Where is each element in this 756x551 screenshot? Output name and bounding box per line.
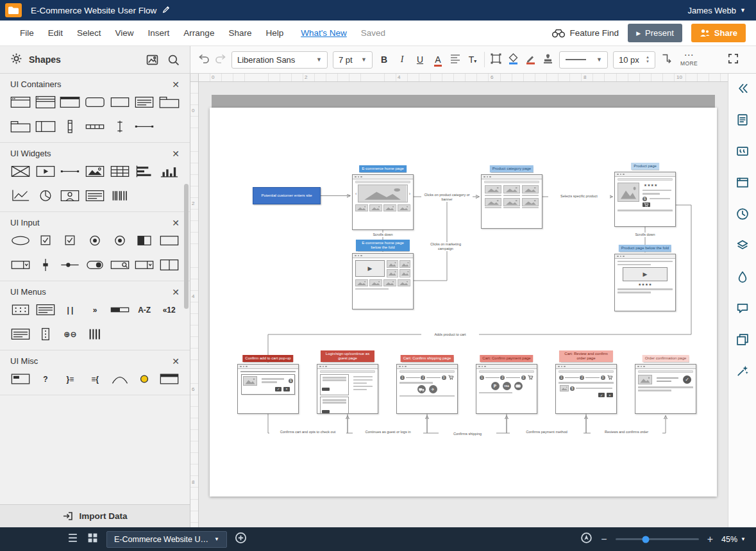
style-stamp-button[interactable] bbox=[542, 53, 554, 67]
node-shipping[interactable]: Cart: Confirm shipping page123✈ bbox=[396, 364, 458, 414]
node-home[interactable]: E-commerce home page‹› bbox=[352, 174, 414, 230]
document-title[interactable]: E-Commerce Website User Flow bbox=[31, 6, 156, 15]
edge-label-6[interactable]: Confirms cart and opts to check out bbox=[269, 430, 346, 434]
menu-arrange[interactable]: Arrange bbox=[176, 24, 221, 42]
tab-container-shape[interactable] bbox=[158, 95, 180, 110]
page-grid-button[interactable] bbox=[87, 532, 99, 547]
playback-menu-shape[interactable]: ⊕⊖ bbox=[59, 327, 81, 341]
container-shape[interactable] bbox=[109, 95, 131, 110]
shape-manager-gear-icon[interactable] bbox=[10, 53, 22, 67]
radio-selected-shape[interactable] bbox=[109, 233, 131, 248]
feature-find-button[interactable]: Feature Find bbox=[551, 28, 619, 38]
browser-window-toolbar-shape[interactable] bbox=[35, 95, 56, 110]
title-bar-container-shape[interactable] bbox=[158, 372, 180, 386]
arc-shape-shape[interactable] bbox=[109, 372, 131, 386]
redo-button[interactable] bbox=[215, 53, 226, 66]
more-tools-button[interactable]: ⋯ MORE bbox=[680, 53, 698, 67]
text-style-button[interactable]: T▾ bbox=[466, 55, 479, 64]
node-category[interactable]: Product category page bbox=[481, 174, 542, 229]
text-block-shape[interactable] bbox=[84, 188, 106, 203]
text-field-shape[interactable] bbox=[158, 233, 180, 248]
zoom-out-button[interactable]: − bbox=[601, 534, 607, 545]
data-table-shape[interactable] bbox=[109, 164, 131, 179]
zoom-slider-knob[interactable] bbox=[642, 536, 649, 543]
folder-tab-container-shape[interactable] bbox=[10, 119, 31, 134]
notes-icon[interactable] bbox=[734, 331, 751, 348]
menu-view[interactable]: View bbox=[108, 24, 141, 42]
connector-type-button[interactable] bbox=[660, 53, 673, 67]
grid-menu-shape[interactable] bbox=[10, 302, 31, 317]
vertical-separators-shape[interactable]: | | bbox=[59, 302, 81, 317]
color-swatch-shape[interactable] bbox=[133, 233, 155, 248]
edge-label-0[interactable]: Clicks on product category or banner bbox=[421, 193, 473, 202]
import-data-button[interactable]: Import Data bbox=[0, 504, 190, 527]
magic-wand-icon[interactable] bbox=[734, 363, 751, 379]
side-panel-window-shape[interactable] bbox=[35, 119, 56, 134]
progress-bar-shape[interactable] bbox=[109, 302, 131, 317]
menu-insert[interactable]: Insert bbox=[141, 24, 177, 42]
user-menu[interactable]: James Webb ▼ bbox=[687, 6, 746, 15]
image-shape[interactable] bbox=[84, 164, 106, 179]
node-product[interactable]: Product page★★★★$ bbox=[614, 172, 676, 227]
edge-label-7[interactable]: Continues as guest or logs in bbox=[353, 430, 423, 434]
close-section-icon[interactable]: ✕ bbox=[172, 149, 180, 158]
hamburger-menu-shape[interactable] bbox=[35, 302, 56, 317]
edge-label-3[interactable]: Selects specific product bbox=[548, 194, 610, 199]
close-section-icon[interactable]: ✕ bbox=[172, 288, 180, 297]
page-tab[interactable]: E-Commerce Website U… ▼ bbox=[106, 531, 227, 548]
list-box-shape[interactable] bbox=[133, 95, 155, 110]
document-folder-icon[interactable] bbox=[5, 3, 22, 17]
whats-new-link[interactable]: What's New bbox=[301, 28, 347, 38]
menu-list-shape[interactable] bbox=[10, 327, 31, 341]
horizontal-toolbar-shape[interactable] bbox=[84, 119, 106, 134]
smart-fields-icon[interactable] bbox=[734, 143, 751, 160]
underline-button[interactable]: U bbox=[414, 55, 426, 64]
bar-chart-horizontal-shape[interactable] bbox=[133, 164, 155, 179]
number-stepper-shape[interactable] bbox=[133, 258, 155, 272]
rename-icon[interactable] bbox=[162, 6, 170, 15]
toggle-switch-shape[interactable] bbox=[84, 258, 106, 272]
button-shape[interactable] bbox=[10, 233, 31, 248]
canvas-viewport[interactable]: Potential customer enters siteE-commerce… bbox=[199, 82, 728, 527]
shape-style-icon[interactable] bbox=[734, 268, 751, 285]
line-color-button[interactable] bbox=[525, 53, 537, 67]
node-payment[interactable]: Cart: Confirm payment page123PVISA bbox=[476, 364, 537, 414]
menu-share[interactable]: Share bbox=[221, 24, 258, 42]
dropdown-shape[interactable] bbox=[10, 258, 31, 272]
line-chart-shape[interactable] bbox=[10, 188, 31, 203]
insert-image-icon[interactable] bbox=[146, 54, 158, 66]
video-player-shape[interactable] bbox=[35, 164, 56, 179]
edge-label-1[interactable]: Scrolls down bbox=[364, 233, 402, 237]
status-dot-yellow-shape[interactable] bbox=[133, 372, 155, 386]
labeled-container-shape[interactable] bbox=[10, 372, 31, 386]
layers-icon[interactable] bbox=[734, 237, 751, 254]
chevron-breadcrumb-shape[interactable]: » bbox=[84, 302, 106, 317]
help-badge-shape[interactable]: ? bbox=[35, 372, 56, 386]
split-field-shape[interactable] bbox=[158, 258, 180, 272]
undo-button[interactable] bbox=[198, 53, 210, 66]
stepper-arrows-icon[interactable]: ▲▼ bbox=[646, 55, 650, 63]
node-product-below-fold[interactable]: Product page below the fold▶★★★★ bbox=[614, 254, 676, 311]
checkbox-checked-shape[interactable] bbox=[35, 233, 56, 248]
horizontal-slider-shape[interactable] bbox=[59, 258, 81, 272]
zoom-slider[interactable] bbox=[616, 538, 699, 540]
vertical-slider-shape[interactable] bbox=[35, 258, 56, 272]
fullscreen-button[interactable] bbox=[727, 53, 739, 67]
zoom-in-button[interactable]: + bbox=[707, 534, 713, 545]
titled-window-shape[interactable] bbox=[59, 95, 81, 110]
font-family-select[interactable]: Liberation Sans▼ bbox=[231, 51, 328, 69]
font-color-button[interactable]: A bbox=[432, 55, 444, 64]
page-list-button[interactable] bbox=[67, 532, 79, 547]
zoom-to-fit-button[interactable] bbox=[580, 532, 592, 547]
close-section-icon[interactable]: ✕ bbox=[172, 357, 180, 366]
horizontal-divider-bar-shape[interactable] bbox=[133, 119, 155, 134]
node-login[interactable]: Login/sign-up/continue as guest page bbox=[317, 364, 378, 414]
edge-label-10[interactable]: Reviews and confirms order bbox=[591, 430, 662, 434]
node-home-below-fold[interactable]: E-commerce home page below the fold▶ bbox=[352, 253, 414, 309]
user-profile-shape[interactable] bbox=[59, 188, 81, 203]
fill-color-button[interactable] bbox=[507, 53, 519, 67]
vertical-bars-shape[interactable] bbox=[84, 327, 106, 341]
alphabetical-index-shape[interactable]: A-Z bbox=[133, 302, 155, 317]
edge-label-8[interactable]: Confirms shipping bbox=[439, 432, 496, 436]
pie-chart-shape[interactable] bbox=[35, 188, 56, 203]
